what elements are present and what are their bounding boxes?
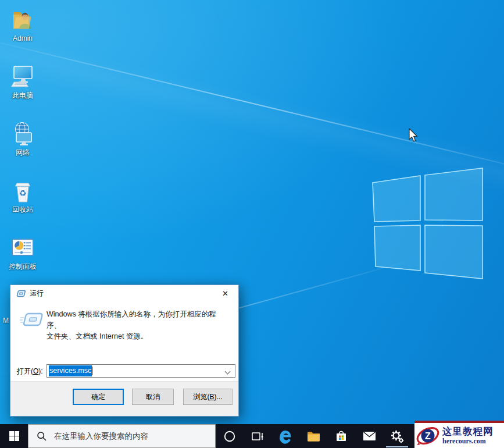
cancel-button[interactable]: 取消 xyxy=(132,389,174,405)
run-dialog-body: Windows 将根据你所输入的名称，为你打开相应的程序、 文件夹、文档或 In… xyxy=(10,302,238,382)
svg-text:Z: Z xyxy=(425,431,431,440)
chevron-down-icon[interactable] xyxy=(226,369,230,374)
gear-icon xyxy=(389,429,405,444)
start-button[interactable] xyxy=(0,424,28,448)
windows-start-icon xyxy=(9,431,19,441)
light-beam xyxy=(0,34,504,184)
computer-icon xyxy=(10,64,35,90)
recycle-bin-icon: ♻ xyxy=(10,178,35,204)
desktop-icon-label: 回收站 xyxy=(1,205,45,214)
partial-desktop-icon-label: M xyxy=(3,317,9,325)
search-icon xyxy=(37,431,47,442)
run-icon xyxy=(20,312,44,330)
taskbar-cortana-button[interactable] xyxy=(216,424,244,448)
open-label: 打开(O): xyxy=(17,367,43,376)
desktop-icon-network[interactable]: 网络 xyxy=(1,121,45,157)
site-watermark: Z 这里教程网 herecours.com xyxy=(414,421,504,448)
browse-button[interactable]: 浏览(B)... xyxy=(183,389,233,405)
search-placeholder-text: 在这里输入你要搜索的内容 xyxy=(54,431,148,442)
run-command-input-value[interactable]: services.msc xyxy=(49,365,92,376)
desktop-icon-label: 此电脑 xyxy=(1,91,45,99)
desktop-icon-label: 网络 xyxy=(1,148,45,157)
desktop-icon-control-panel[interactable]: 控制面板 xyxy=(1,235,45,271)
store-icon xyxy=(335,430,348,443)
description-line1: Windows 将根据你所输入的名称，为你打开相应的程序、 xyxy=(47,309,228,331)
taskbar-settings-button[interactable] xyxy=(383,424,411,448)
windows-wallpaper-logo xyxy=(368,168,484,279)
active-app-indicator xyxy=(386,446,408,447)
desktop-icon-label: 控制面板 xyxy=(1,262,45,271)
taskbar-store-button[interactable] xyxy=(327,424,355,448)
taskbar-search-box[interactable]: 在这里输入你要搜索的内容 xyxy=(28,424,216,448)
taskbar-task-view-button[interactable] xyxy=(244,424,271,448)
network-icon xyxy=(10,121,35,147)
taskbar-file-explorer-button[interactable] xyxy=(299,424,327,448)
watermark-site-name: 这里教程网 xyxy=(442,426,494,436)
cortana-icon xyxy=(223,430,236,443)
user-folder-icon xyxy=(10,7,35,33)
description-line2: 文件夹、文档或 Internet 资源。 xyxy=(47,331,228,342)
watermark-site-domain: herecours.com xyxy=(442,438,494,445)
watermark-box: Z 这里教程网 herecours.com xyxy=(414,423,504,448)
desktop-icon-recycle-bin[interactable]: ♻ 回收站 xyxy=(1,178,45,214)
run-dialog-footer: 确定 取消 浏览(B)... xyxy=(10,381,238,416)
run-dialog-icon xyxy=(16,290,26,298)
run-dialog-title: 运行 xyxy=(30,289,44,298)
edge-icon xyxy=(278,429,293,444)
taskbar-edge-button[interactable] xyxy=(271,424,299,448)
run-dialog: 运行 ✕ Windows 将根据你所输入的名称，为你打开相应的程序、 文件夹、文… xyxy=(10,285,239,417)
desktop-icon-this-pc[interactable]: 此电脑 xyxy=(1,64,45,99)
run-dialog-description: Windows 将根据你所输入的名称，为你打开相应的程序、 文件夹、文档或 In… xyxy=(47,309,228,342)
desktop-icon-label: Admin xyxy=(1,34,45,42)
text-caret xyxy=(92,367,92,375)
open-row: 打开(O): services.msc xyxy=(17,364,235,378)
run-command-combobox[interactable]: services.msc xyxy=(47,364,235,378)
mail-icon xyxy=(363,431,376,441)
taskbar-mail-button[interactable] xyxy=(355,424,383,448)
watermark-logo-icon: Z xyxy=(416,424,440,447)
ok-button[interactable]: 确定 xyxy=(73,389,124,405)
watermark-text: 这里教程网 herecours.com xyxy=(442,426,494,445)
control-panel-icon xyxy=(10,235,35,261)
desktop-icon-admin[interactable]: Admin xyxy=(1,7,45,42)
close-icon[interactable]: ✕ xyxy=(212,285,238,302)
run-dialog-titlebar[interactable]: 运行 ✕ xyxy=(10,285,238,302)
file-explorer-icon xyxy=(307,431,320,442)
task-view-icon xyxy=(251,431,264,442)
svg-text:♻: ♻ xyxy=(19,189,27,198)
